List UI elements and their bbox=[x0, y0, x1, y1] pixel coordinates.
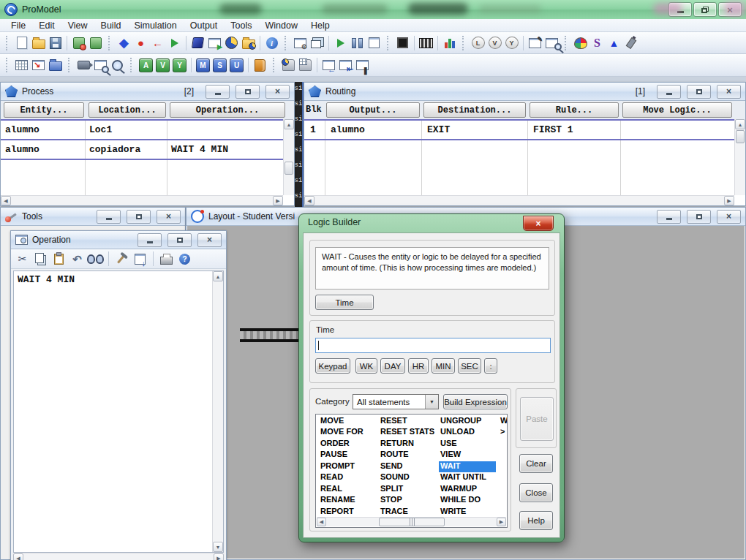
routing-titlebar[interactable]: Routing [1] × bbox=[304, 83, 745, 101]
routing-rule-header-button[interactable]: Rule... bbox=[530, 102, 619, 118]
find-icon[interactable] bbox=[87, 251, 104, 268]
open-model-icon[interactable] bbox=[30, 34, 47, 51]
statement-list-horizontal-scrollbar[interactable]: ◀ ▶ bbox=[317, 517, 506, 526]
min-button[interactable]: MIN bbox=[432, 358, 455, 374]
statement-item[interactable]: REPORT bbox=[319, 507, 354, 518]
routing-horizontal-scrollbar[interactable]: ◀ ▶ bbox=[304, 195, 734, 205]
statement-item-clipped[interactable]: W bbox=[499, 416, 508, 427]
tools-titlebar[interactable]: Tools × bbox=[1, 208, 185, 226]
stop-square-icon[interactable] bbox=[394, 34, 411, 51]
paste-button[interactable]: Paste bbox=[520, 397, 554, 441]
window-arrow-left-icon[interactable]: ← bbox=[320, 57, 337, 74]
operation-editor[interactable]: WAIT 4 MIN ▲ ▼ bbox=[13, 270, 224, 553]
blue-u-icon[interactable]: U bbox=[228, 57, 245, 74]
statement-item[interactable]: WHILE DO bbox=[439, 495, 481, 506]
day-button[interactable]: DAY bbox=[380, 358, 405, 374]
grid-icon[interactable] bbox=[13, 57, 30, 74]
window-run-icon[interactable]: ▶ bbox=[206, 34, 223, 51]
statement-item[interactable]: STOP bbox=[379, 495, 402, 506]
chart-zoom-icon[interactable] bbox=[543, 34, 560, 51]
statement-item[interactable]: WRITE bbox=[439, 507, 466, 518]
red-arrow-icon[interactable]: ← bbox=[149, 34, 166, 51]
copy-icon[interactable] bbox=[32, 251, 49, 268]
restore-button[interactable] bbox=[693, 2, 717, 17]
statement-item[interactable]: WAIT UNTIL bbox=[439, 472, 486, 483]
process-minimize-button[interactable] bbox=[206, 85, 230, 99]
cascade-windows-icon[interactable] bbox=[309, 34, 325, 51]
hand-grid-icon[interactable] bbox=[297, 57, 314, 74]
category-dropdown[interactable]: All statements ▼ bbox=[353, 394, 439, 409]
filmstrip-icon[interactable] bbox=[418, 34, 434, 51]
build-icon[interactable] bbox=[113, 251, 130, 268]
blue-diamond-icon[interactable]: ◆ bbox=[116, 34, 132, 51]
close-dialog-button[interactable]: Close bbox=[519, 483, 553, 502]
balloon-v-icon[interactable]: V bbox=[486, 34, 503, 51]
preview-window-icon[interactable] bbox=[92, 57, 109, 74]
menu-view[interactable]: View bbox=[61, 19, 94, 32]
statement-item[interactable]: VIEW bbox=[439, 450, 461, 461]
tools-maximize-button[interactable] bbox=[127, 210, 151, 224]
process-maximize-button[interactable] bbox=[236, 85, 260, 99]
tools-close-button[interactable]: × bbox=[157, 210, 181, 224]
process-cell[interactable]: alumno bbox=[5, 124, 39, 135]
conveyor-path-graphic[interactable] bbox=[240, 328, 301, 342]
window-insert-icon[interactable]: ⇤ bbox=[337, 57, 354, 74]
statement-item[interactable]: USE bbox=[439, 439, 457, 450]
statement-item[interactable]: RENAME bbox=[319, 495, 355, 506]
routing-cell-rule[interactable]: FIRST 1 bbox=[533, 124, 573, 135]
help-button[interactable]: Help bbox=[519, 511, 553, 530]
statement-item[interactable]: ROUTE bbox=[379, 450, 409, 461]
operation-minimize-button[interactable] bbox=[137, 233, 162, 247]
statement-item[interactable]: READ bbox=[319, 472, 343, 483]
navy-block-icon[interactable] bbox=[189, 34, 206, 51]
process-close-button[interactable]: × bbox=[265, 85, 290, 99]
layout-close-button[interactable]: × bbox=[717, 210, 741, 224]
cut-icon[interactable]: ✂ bbox=[14, 251, 31, 268]
balloon-l-icon[interactable]: L bbox=[470, 34, 486, 51]
process-cell[interactable]: copiadora bbox=[89, 144, 140, 155]
process-cell[interactable]: WAIT 4 MIN bbox=[171, 144, 228, 155]
keypad-button[interactable]: Keypad bbox=[315, 358, 350, 374]
statement-item[interactable]: PAUSE bbox=[319, 450, 347, 461]
menu-file[interactable]: File bbox=[4, 19, 32, 32]
statement-item[interactable]: SOUND bbox=[379, 472, 410, 483]
menu-build[interactable]: Build bbox=[94, 19, 128, 32]
help-icon[interactable]: ? bbox=[176, 251, 193, 268]
package-green-red-icon[interactable] bbox=[70, 34, 87, 51]
process-titlebar[interactable]: Process [2] × bbox=[1, 83, 294, 101]
statement-item[interactable]: MOVE bbox=[319, 416, 344, 427]
sec-button[interactable]: SEC bbox=[458, 358, 481, 374]
routing-cell-blk[interactable]: 1 bbox=[310, 124, 316, 135]
operation-maximize-button[interactable] bbox=[167, 233, 192, 247]
green-y-icon[interactable]: Y bbox=[171, 57, 188, 74]
blue-s-icon[interactable]: S bbox=[211, 57, 228, 74]
routing-maximize-button[interactable] bbox=[687, 85, 711, 99]
operation-vertical-scrollbar[interactable]: ▲ ▼ bbox=[212, 271, 223, 552]
print-icon[interactable] bbox=[158, 251, 175, 268]
statement-item[interactable]: ORDER bbox=[319, 439, 350, 450]
routing-cell-output[interactable]: alumno bbox=[331, 124, 365, 135]
process-entity-header-button[interactable]: Entity... bbox=[4, 102, 84, 118]
routing-cell-destination[interactable]: EXIT bbox=[427, 124, 450, 135]
statement-item[interactable]: TRACE bbox=[379, 507, 408, 518]
process-cell[interactable]: Loc1 bbox=[89, 124, 112, 135]
bar-chart-icon[interactable] bbox=[441, 34, 458, 51]
layout-maximize-button[interactable] bbox=[687, 210, 711, 224]
save-model-icon[interactable] bbox=[47, 34, 64, 51]
purple-s-icon[interactable]: S bbox=[589, 34, 606, 51]
routing-move-logic-header-button[interactable]: Move Logic... bbox=[622, 102, 732, 118]
red-circle-icon[interactable]: ● bbox=[132, 34, 149, 51]
hr-button[interactable]: HR bbox=[408, 358, 429, 374]
routing-close-button[interactable]: × bbox=[717, 85, 741, 99]
operation-titlebar[interactable]: Operation × bbox=[11, 231, 226, 249]
routing-minimize-button[interactable] bbox=[657, 85, 681, 99]
hand-clock-icon[interactable] bbox=[280, 57, 297, 74]
chart-edit-icon[interactable]: ✎ bbox=[527, 34, 543, 51]
statement-list[interactable]: MOVE MOVE FOR ORDER PAUSE PROMPT READ RE… bbox=[315, 414, 508, 528]
statement-item[interactable]: REAL bbox=[319, 484, 342, 495]
time-parameter-button[interactable]: Time bbox=[315, 295, 374, 310]
menu-edit[interactable]: Edit bbox=[32, 19, 61, 32]
wk-button[interactable]: WK bbox=[355, 358, 377, 374]
play-icon[interactable] bbox=[332, 34, 349, 51]
routing-vertical-scrollbar[interactable]: ▲ bbox=[734, 119, 745, 195]
